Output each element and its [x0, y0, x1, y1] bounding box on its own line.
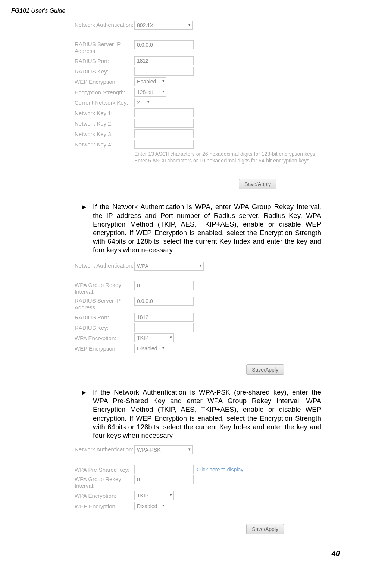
select-enc-strength[interactable]: 128-bit [134, 88, 166, 97]
form-wpa: Network Authentication: WPA WPA Group Re… [75, 262, 344, 375]
select-wpa-enc[interactable]: TKIP [134, 491, 174, 500]
label-current-key: Current Network Key: [75, 99, 134, 106]
select-netauth[interactable]: WPA [134, 262, 204, 271]
paragraph-wpa: ▶ If the Network Authentication is WPA, … [82, 202, 321, 254]
input-radius-ip[interactable]: 0.0.0.0 [134, 297, 194, 306]
hint-128bit: Enter 13 ASCII characters or 26 hexadeci… [134, 151, 344, 157]
label-radius-ip: RADIUS Server IP Address: [75, 297, 134, 311]
label-rekey: WPA Group Rekey Interval: [75, 475, 134, 489]
hint-64bit: Enter 5 ASCII characters or 10 hexadecim… [134, 157, 344, 164]
input-nk3[interactable] [134, 129, 194, 138]
label-wpa-enc: WPA Encryption: [75, 492, 134, 499]
input-radius-port[interactable]: 1812 [134, 313, 194, 322]
page-number: 40 [11, 549, 344, 558]
bullet-icon: ▶ [82, 389, 86, 440]
input-rekey[interactable]: 0 [134, 281, 194, 290]
select-netauth[interactable]: 802.1X [134, 21, 193, 30]
label-radius-port: RADIUS Port: [75, 57, 134, 64]
label-netauth: Network Authentication: [75, 262, 134, 269]
save-apply-button[interactable]: Save/Apply [246, 524, 284, 534]
label-wep-enc: WEP Encryption: [75, 502, 134, 510]
doc-title: FG101 [11, 7, 29, 14]
select-netauth[interactable]: WPA-PSK [134, 445, 193, 454]
label-psk: WPA Pre-Shared Key: [75, 466, 134, 473]
label-wep-enc: WEP Encryption: [75, 345, 134, 352]
select-wpa-enc[interactable]: TKIP [134, 333, 174, 342]
form-8021x: Network Authentication: 802.1X RADIUS Se… [75, 21, 344, 189]
form-wpa-psk: Network Authentication: WPA-PSK WPA Pre-… [75, 445, 344, 534]
display-key-link[interactable]: Click here to display [197, 467, 243, 472]
select-wep-enc[interactable]: Disabled [134, 502, 166, 510]
paragraph-wpa-psk-text: If the Network Authentication is WPA-PSK… [93, 388, 321, 440]
label-radius-port: RADIUS Port: [75, 313, 134, 321]
label-rekey: WPA Group Rekey Interval: [75, 281, 134, 295]
select-wep-enc[interactable]: Disabled [134, 344, 166, 353]
page-header: FG101 User's Guide [11, 7, 344, 15]
label-netauth: Network Authentication: [75, 21, 134, 28]
input-nk1[interactable] [134, 108, 194, 117]
doc-subtitle: User's Guide [29, 7, 65, 14]
label-radius-key: RADIUS Key: [75, 324, 134, 331]
input-radius-ip[interactable]: 0.0.0.0 [134, 40, 194, 49]
input-psk[interactable] [134, 465, 194, 474]
input-nk2[interactable] [134, 119, 194, 128]
paragraph-wpa-text: If the Network Authentication is WPA, en… [93, 202, 321, 254]
select-current-key[interactable]: 2 [134, 98, 151, 107]
input-radius-key[interactable] [134, 323, 194, 332]
label-radius-key: RADIUS Key: [75, 67, 134, 75]
save-apply-button[interactable]: Save/Apply [246, 364, 284, 375]
label-nk4: Network Key 4: [75, 140, 134, 148]
paragraph-wpa-psk: ▶ If the Network Authentication is WPA-P… [82, 388, 321, 440]
label-netauth: Network Authentication: [75, 445, 134, 453]
input-radius-key[interactable] [134, 67, 194, 76]
bullet-icon: ▶ [82, 204, 86, 254]
input-radius-port[interactable]: 1812 [134, 56, 194, 65]
label-radius-ip: RADIUS Server IP Address: [75, 40, 134, 54]
input-nk4[interactable] [134, 140, 194, 149]
label-nk2: Network Key 2: [75, 120, 134, 127]
save-apply-button[interactable]: Save/Apply [239, 179, 276, 189]
label-nk3: Network Key 3: [75, 130, 134, 137]
label-wep-enc: WEP Encryption: [75, 78, 134, 85]
label-nk1: Network Key 1: [75, 109, 134, 117]
select-wep-enc[interactable]: Enabled [134, 77, 166, 86]
label-enc-strength: Encryption Strength: [75, 88, 134, 96]
label-wpa-enc: WPA Encryption: [75, 334, 134, 342]
input-rekey[interactable]: 0 [134, 475, 194, 484]
